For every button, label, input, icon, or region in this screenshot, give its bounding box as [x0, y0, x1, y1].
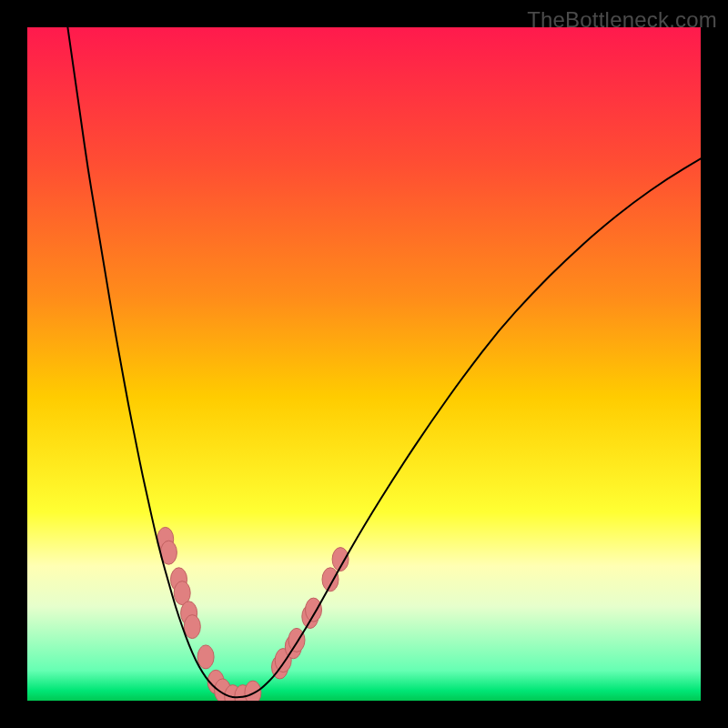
plot-area	[27, 27, 701, 701]
data-point-marker	[306, 598, 322, 622]
chart-frame: TheBottleneck.com	[0, 0, 728, 728]
watermark-text: TheBottleneck.com	[527, 7, 717, 33]
gradient-background	[27, 27, 701, 701]
chart-svg	[27, 27, 701, 701]
data-point-marker	[288, 628, 305, 652]
data-point-marker	[322, 568, 339, 592]
data-point-marker	[197, 645, 214, 669]
data-point-marker	[184, 615, 200, 639]
